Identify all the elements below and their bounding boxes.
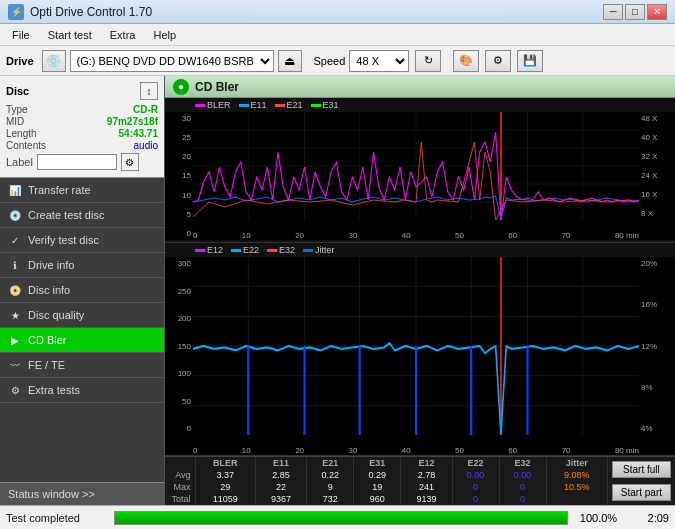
sidebar-item-disc-quality[interactable]: ★ Disc quality	[0, 303, 164, 328]
minimize-button[interactable]: ─	[603, 4, 623, 20]
avg-e31: 0.29	[354, 469, 401, 481]
avg-e22: 0.00	[452, 469, 499, 481]
sidebar-item-verify-test-disc[interactable]: ✓ Verify test disc	[0, 228, 164, 253]
avg-jitter: 9.08%	[546, 469, 607, 481]
sidebar-item-create-test-disc[interactable]: 💿 Create test disc	[0, 203, 164, 228]
close-button[interactable]: ✕	[647, 4, 667, 20]
col-e31: E31	[354, 457, 401, 469]
bottom-y-axis-left: 300 250 200 150 100 50 0	[165, 257, 193, 435]
fe-te-icon: 〰	[8, 358, 22, 372]
disc-label-icon-button[interactable]: ⚙	[121, 153, 139, 171]
titlebar-left: ⚡ Opti Drive Control 1.70	[8, 4, 152, 20]
stats-buttons: Start full Start part	[608, 457, 675, 505]
total-e32: 0	[499, 493, 546, 505]
max-e32: 0	[499, 481, 546, 493]
bottom-chart-container: E12 E22 E32 Jitter	[165, 243, 675, 456]
col-e32: E32	[499, 457, 546, 469]
legend-bler: BLER	[195, 100, 231, 110]
progress-bar	[114, 511, 568, 525]
stats-table: BLER E11 E21 E31 E12 E22 E32 Jitter Avg	[165, 457, 608, 505]
bottom-x-axis: 0 10 20 30 40 50 60 70 80 min	[193, 446, 639, 455]
disc-panel-title: Disc	[6, 85, 29, 97]
time-display: 2:09	[629, 512, 669, 524]
bottom-chart-area: 300 250 200 150 100 50 0 20% 16% 12% 8%	[165, 257, 675, 455]
legend-e31-label: E31	[323, 100, 339, 110]
sidebar-item-transfer-rate-label: Transfer rate	[28, 184, 91, 196]
legend-e12: E12	[195, 245, 223, 255]
sidebar-item-cd-bler[interactable]: ▶ CD Bler	[0, 328, 164, 353]
settings-button[interactable]: ⚙	[485, 50, 511, 72]
sidebar-item-disc-info-label: Disc info	[28, 284, 70, 296]
disc-label-label: Label	[6, 156, 33, 168]
sidebar-item-create-test-disc-label: Create test disc	[28, 209, 104, 221]
disc-contents-label: Contents	[6, 140, 46, 151]
status-text: Test completed	[6, 512, 106, 524]
disc-type-value: CD-R	[133, 104, 158, 115]
top-y-axis-right: 48 X 40 X 32 X 24 X 16 X 8 X	[639, 112, 675, 220]
bottom-statusbar: Test completed 100.0% 2:09	[0, 505, 675, 529]
main-content: ● CD Bler BLER E11	[165, 76, 675, 505]
menu-start-test[interactable]: Start test	[40, 27, 100, 43]
top-chart-area: 30 25 20 15 10 5 0 48 X 40 X 32 X 24 X	[165, 112, 675, 240]
status-section: Status window >>	[0, 482, 164, 505]
max-e21: 9	[307, 481, 354, 493]
sidebar-item-disc-info[interactable]: 📀 Disc info	[0, 278, 164, 303]
main-layout: Disc ↕ Type CD-R MID 97m27s18f Length 54…	[0, 76, 675, 505]
sidebar-item-transfer-rate[interactable]: 📊 Transfer rate	[0, 178, 164, 203]
legend-e12-label: E12	[207, 245, 223, 255]
disc-panel-header: Disc ↕	[6, 82, 158, 100]
sidebar-item-disc-quality-label: Disc quality	[28, 309, 84, 321]
col-e11: E11	[255, 457, 306, 469]
drivebar: Drive 💿 (G:) BENQ DVD DD DW1640 BSRB ⏏ S…	[0, 46, 675, 76]
avg-e32: 0.00	[499, 469, 546, 481]
legend-e32: E32	[267, 245, 295, 255]
disc-label-row: Label ⚙	[6, 153, 158, 171]
sidebar-item-drive-info-label: Drive info	[28, 259, 74, 271]
cd-bler-icon: ▶	[8, 333, 22, 347]
sidebar-item-verify-test-disc-label: Verify test disc	[28, 234, 99, 246]
app-icon: ⚡	[8, 4, 24, 20]
drive-label: Drive	[6, 55, 34, 67]
disc-contents-value: audio	[134, 140, 158, 151]
legend-e21-label: E21	[287, 100, 303, 110]
legend-bler-label: BLER	[207, 100, 231, 110]
menu-file[interactable]: File	[4, 27, 38, 43]
legend-e11-label: E11	[251, 100, 267, 110]
speed-select[interactable]: 1 X2 X4 X8 X16 X24 X32 X48 X	[349, 50, 409, 72]
menu-help[interactable]: Help	[145, 27, 184, 43]
top-chart-svg	[193, 112, 639, 220]
menu-extra[interactable]: Extra	[102, 27, 144, 43]
sidebar-item-extra-tests[interactable]: ⚙ Extra tests	[0, 378, 164, 403]
col-e12: E12	[401, 457, 452, 469]
sidebar: Disc ↕ Type CD-R MID 97m27s18f Length 54…	[0, 76, 165, 505]
col-e21: E21	[307, 457, 354, 469]
legend-e22-label: E22	[243, 245, 259, 255]
disc-label-input[interactable]	[37, 154, 117, 170]
drive-select[interactable]: (G:) BENQ DVD DD DW1640 BSRB	[70, 50, 274, 72]
refresh-button[interactable]: ↻	[415, 50, 441, 72]
eject-button[interactable]: ⏏	[278, 50, 302, 72]
menubar: File Start test Extra Help	[0, 24, 675, 46]
charts-area: BLER E11 E21 E31	[165, 98, 675, 456]
sidebar-item-drive-info[interactable]: ℹ Drive info	[0, 253, 164, 278]
save-button[interactable]: 💾	[517, 50, 543, 72]
disc-panel-toggle[interactable]: ↕	[140, 82, 158, 100]
chart-header-icon: ●	[173, 79, 189, 95]
sidebar-item-fe-te[interactable]: 〰 FE / TE	[0, 353, 164, 378]
start-full-button[interactable]: Start full	[612, 461, 671, 478]
disc-color-button[interactable]: 🎨	[453, 50, 479, 72]
legend-jitter: Jitter	[303, 245, 335, 255]
chart-header: ● CD Bler	[165, 76, 675, 98]
maximize-button[interactable]: □	[625, 4, 645, 20]
start-part-button[interactable]: Start part	[612, 484, 671, 501]
stats-area: BLER E11 E21 E31 E12 E22 E32 Jitter Avg	[165, 456, 675, 505]
disc-quality-icon: ★	[8, 308, 22, 322]
top-chart-legend: BLER E11 E21 E31	[165, 98, 675, 112]
max-e22: 0	[452, 481, 499, 493]
total-e12: 9139	[401, 493, 452, 505]
status-window-button[interactable]: Status window >>	[0, 483, 164, 505]
sidebar-item-fe-te-label: FE / TE	[28, 359, 65, 371]
col-e22: E22	[452, 457, 499, 469]
speed-label: Speed	[314, 55, 346, 67]
top-chart-container: BLER E11 E21 E31	[165, 98, 675, 243]
